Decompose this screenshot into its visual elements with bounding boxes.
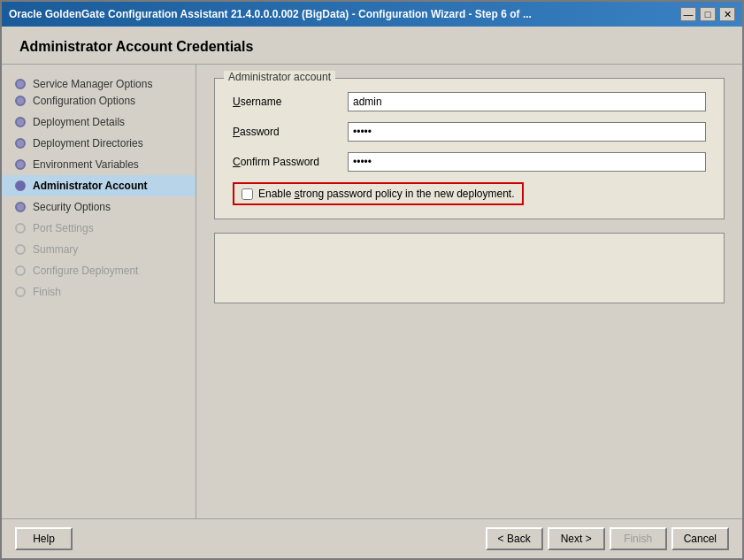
main-panel: Administrator account Username Password — [196, 65, 742, 518]
sidebar-dot-security — [15, 202, 26, 212]
footer-right-buttons: < Back Next > Finish Cancel — [486, 527, 729, 550]
sidebar-label-security: Security Options — [33, 201, 111, 213]
help-button[interactable]: Help — [15, 527, 73, 550]
finish-button[interactable]: Finish — [610, 527, 667, 550]
page-title: Administrator Account Credentials — [19, 39, 725, 55]
sidebar-item-configure-deployment: Configure Deployment — [2, 260, 196, 281]
cancel-button[interactable]: Cancel — [671, 527, 729, 550]
title-bar: Oracle GoldenGate Configuration Assistan… — [2, 2, 742, 27]
sidebar-dot-env-vars — [15, 159, 26, 170]
sidebar-label-service-manager: Service Manager Options — [33, 78, 152, 90]
checkbox-highlight-box: Enable strong password policy in the new… — [233, 182, 524, 205]
sidebar-label-summary: Summary — [33, 243, 78, 256]
page-header: Administrator Account Credentials — [2, 27, 742, 65]
sidebar-item-port-settings: Port Settings — [2, 218, 196, 239]
sidebar-item-finish: Finish — [2, 281, 196, 303]
password-label: Password — [233, 126, 348, 138]
sidebar-dot-finish — [15, 287, 26, 297]
sidebar-item-service-manager-options[interactable]: Service Manager Options — [2, 73, 196, 90]
sidebar-item-security-options[interactable]: Security Options — [2, 196, 196, 218]
admin-account-section: Administrator account Username Password — [214, 78, 725, 219]
sidebar-item-configuration-options[interactable]: Configuration Options — [2, 90, 196, 111]
next-button[interactable]: Next > — [548, 527, 605, 550]
minimize-button[interactable]: — — [680, 7, 696, 21]
close-button[interactable]: ✕ — [719, 7, 735, 21]
sidebar-label-deployment-dirs: Deployment Directories — [33, 137, 143, 150]
sidebar-dot-summary — [15, 244, 26, 255]
username-label: Username — [233, 96, 348, 108]
sidebar-dot-configure-deployment — [15, 265, 26, 276]
confirm-password-row: Confirm Password — [233, 152, 706, 172]
confirm-password-label: Confirm Password — [233, 156, 348, 168]
window-controls: — □ ✕ — [680, 7, 735, 21]
maximize-button[interactable]: □ — [700, 7, 716, 21]
sidebar-label-env-vars: Environment Variables — [33, 158, 139, 171]
sidebar-label-port-settings: Port Settings — [33, 222, 94, 234]
window-title: Oracle GoldenGate Configuration Assistan… — [9, 8, 532, 20]
username-input[interactable] — [348, 92, 706, 111]
confirm-password-input[interactable] — [348, 152, 706, 172]
password-input[interactable] — [348, 122, 706, 142]
sidebar-dot-configuration — [15, 96, 26, 106]
username-row: Username — [233, 92, 706, 111]
main-window: Oracle GoldenGate Configuration Assistan… — [0, 0, 744, 560]
sidebar-label-finish: Finish — [33, 286, 61, 298]
sidebar-label-configure-deployment: Configure Deployment — [33, 265, 138, 277]
sidebar: Service Manager Options Configuration Op… — [2, 65, 196, 518]
strong-password-checkbox[interactable] — [242, 188, 253, 200]
back-button[interactable]: < Back — [486, 527, 543, 550]
sidebar-item-summary: Summary — [2, 239, 196, 260]
sidebar-item-deployment-directories[interactable]: Deployment Directories — [2, 133, 196, 154]
checkbox-row: Enable strong password policy in the new… — [233, 182, 706, 205]
sidebar-dot-deployment-details — [15, 117, 26, 127]
sidebar-item-administrator-account[interactable]: Administrator Account — [2, 175, 196, 196]
password-row: Password — [233, 122, 706, 142]
sidebar-label-deployment-details: Deployment Details — [33, 116, 125, 128]
info-text-area — [214, 233, 725, 303]
sidebar-item-environment-variables[interactable]: Environment Variables — [2, 154, 196, 175]
sidebar-dot-deployment-dirs — [15, 138, 26, 149]
section-legend: Administrator account — [224, 71, 335, 83]
sidebar-item-deployment-details[interactable]: Deployment Details — [2, 111, 196, 133]
sidebar-label-configuration: Configuration Options — [33, 95, 135, 107]
content-area: Service Manager Options Configuration Op… — [2, 65, 742, 518]
sidebar-dot-service-manager — [15, 79, 26, 89]
sidebar-label-admin-account: Administrator Account — [33, 180, 148, 192]
footer: Help < Back Next > Finish Cancel — [2, 518, 742, 558]
sidebar-dot-port-settings — [15, 223, 26, 234]
strong-password-label: Enable strong password policy in the new… — [258, 188, 515, 200]
sidebar-dot-admin-account — [15, 180, 26, 191]
